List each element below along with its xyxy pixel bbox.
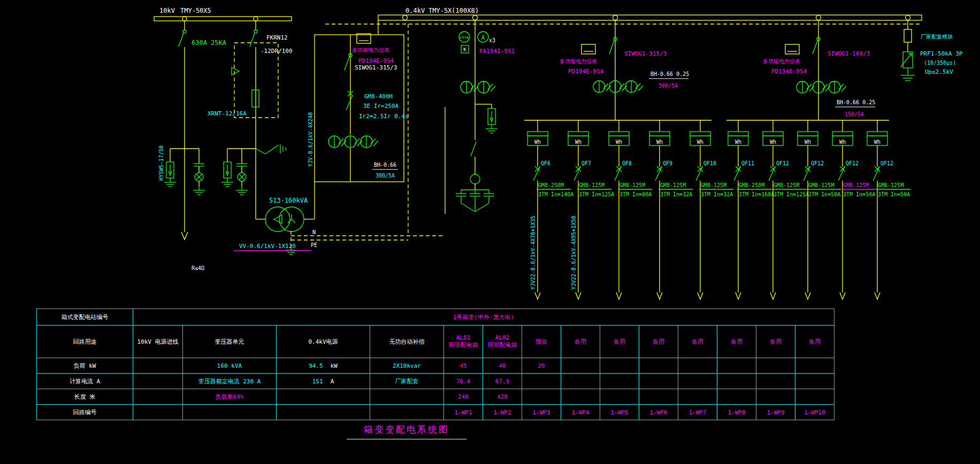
feeder-arrow xyxy=(657,292,662,299)
hv-switch-rating: 630A 25KA xyxy=(192,39,227,47)
feeder-qf-label: QF7 xyxy=(581,160,591,166)
feeder-breaker-model: GM8-250M xyxy=(739,182,764,188)
feeder-breaker-model: GM8-125M xyxy=(619,182,645,188)
feeder-breaker-model: GM8-250M xyxy=(538,182,564,188)
wh-meter: Wh xyxy=(770,139,776,145)
feeder-breaker xyxy=(734,166,741,181)
feeder-trip-setting: 3TM In=50A xyxy=(843,191,875,197)
circuit-id: 1-WP9 xyxy=(756,405,795,420)
lv-voltage-label: 0.4kV xyxy=(405,7,425,14)
hv-load-switch-model: FKRN12 xyxy=(266,34,288,41)
feeder-qf-label: QF11 xyxy=(741,160,754,166)
circuit-load xyxy=(561,358,600,374)
circuit-header: 备用 xyxy=(756,326,795,358)
circuit-current xyxy=(522,374,561,389)
feeder-qf12b: Wh QF12 GM8-125M 3TM In=50A xyxy=(798,120,841,299)
circuit-length: 420 xyxy=(483,389,522,405)
feeder-arrow xyxy=(770,292,776,299)
circuit-current xyxy=(756,374,795,389)
feeder-qf10: Wh QF10 GM8-125M 3TM In=32A xyxy=(690,120,733,299)
feeder-arrow xyxy=(840,292,845,299)
feeder-qf-label: QF12 xyxy=(846,160,859,166)
circuit-load xyxy=(756,358,795,374)
feeder-qf6: Wh QF6 GM8-250M 3TM In=140A YJV22-0.6/1k… xyxy=(527,120,573,299)
hv-branch-spare xyxy=(179,21,188,239)
feeder-qf12a: Wh QF12 GM8-125M 3TM In=125A xyxy=(763,120,809,299)
feeder-qf-label: QF9 xyxy=(663,160,672,166)
section-b-meter-name: 多功能电力仪表 xyxy=(763,58,800,64)
row1-label: 箱式变配电站编号 xyxy=(37,309,133,326)
feeder-arrow xyxy=(616,292,622,299)
row5-label: 长度 米 xyxy=(37,389,133,405)
hv-arrester-model: HYSWS-17/50 xyxy=(158,145,164,181)
feeder-arrow xyxy=(736,292,741,299)
k-contactor-label: K xyxy=(463,47,466,52)
metering-ct-ratio: 300/5A xyxy=(376,173,395,179)
earth-resistance-label: R≤4Ω xyxy=(192,265,204,271)
feeder-trip-setting: 3TM In=125A xyxy=(579,191,614,197)
circuit-current: 76.4 xyxy=(444,374,483,389)
circuit-id: 1-WP2 xyxy=(483,405,522,420)
cos-phi-meter-label: cosφ xyxy=(460,35,469,40)
feeder-breaker xyxy=(574,166,581,181)
feeder-trip-setting: 3TM In=140A xyxy=(538,191,573,197)
circuit-current xyxy=(600,374,639,389)
row6-label: 回路编号 xyxy=(37,405,133,420)
circuit-load xyxy=(678,358,717,374)
drawing-title: 箱变变配电系统图 xyxy=(347,423,466,439)
tx-current: 变压器额定电流 230 A xyxy=(183,374,277,389)
circuit-id: 1-WP8 xyxy=(717,405,756,420)
circuit-id: 1-WP7 xyxy=(678,405,717,420)
circuit-id: 1-WP4 xyxy=(561,405,600,420)
feeder-breaker xyxy=(533,166,540,181)
col-04kv: 0.4kV电源 xyxy=(277,326,370,358)
feeder-trip-setting: 3TM In=125A xyxy=(774,191,809,197)
feeder-breaker-model: GM8-125M xyxy=(774,182,799,188)
hv-busbar-model: TMY-50X5 xyxy=(180,7,211,14)
circuit-id: 1-WP5 xyxy=(600,405,639,420)
lv-busbar-model: TMY-5X(100X8) xyxy=(428,7,479,14)
circuit-load: 20 xyxy=(522,358,561,374)
feeder-trip-setting: 3TM In=32A xyxy=(660,191,692,197)
feeder-qf12d: Wh QF12 GM8-125M 3TM In=50A xyxy=(867,120,910,299)
spd-branch xyxy=(901,20,915,81)
spd-note: 厂家配套模块 xyxy=(921,34,953,40)
metering-ct-model: BH-0.66 xyxy=(374,162,396,168)
lv-busbar xyxy=(325,15,922,236)
table-row-usage: 回路用途 10kV 电源进线 变压器单元 0.4kV电源 无功自动补偿 AL01… xyxy=(37,326,834,358)
feeder-qf-label: QF8 xyxy=(622,160,632,166)
circuit-header: AL02照明配电箱 xyxy=(483,326,522,358)
section-a-meter-model: PD194E-9S4 xyxy=(568,68,604,75)
feeder-breaker-model: GM8-125M xyxy=(660,182,686,188)
feeder-breaker xyxy=(838,166,845,181)
wh-meter: Wh xyxy=(839,139,846,145)
feeder-trip-setting: 3TM In=80A xyxy=(619,191,652,197)
wh-meter: Wh xyxy=(656,139,663,145)
circuit-length xyxy=(561,389,600,405)
circuit-current xyxy=(561,374,600,389)
wh-meter: Wh xyxy=(534,139,541,145)
hv-busbar xyxy=(154,17,292,21)
table-row-current: 计算电流 A 变压器额定电流 230 A 151A 厂家配套 76.4 67.9 xyxy=(37,374,834,389)
feeder-breaker xyxy=(769,166,776,181)
circuit-load xyxy=(795,358,834,374)
wh-meter: Wh xyxy=(575,139,581,145)
feeder-trip-setting: 3TM In=32A xyxy=(701,191,733,197)
circuit-length: 240 xyxy=(444,389,483,405)
feeder-trip-setting: 3TM In=50A xyxy=(808,191,840,197)
feeder-qf-label: QF12 xyxy=(776,160,789,166)
feeder-breaker xyxy=(655,166,662,181)
earthing-cable-label: VV-0.6/1kV-1X120 xyxy=(239,243,296,250)
lv-riser-cable: YJV-0.6/1kV-4X240 xyxy=(308,112,313,167)
feeder-breaker-model: GM8-125M xyxy=(808,182,834,188)
metering-breaker-model: GM8-400H xyxy=(364,93,393,100)
feeder-qf-label: QF10 xyxy=(703,160,716,166)
tx-capacity: 160 kVA xyxy=(183,358,277,374)
feeder-qf12c: Wh QF12 GM8-125M 3TM In=50A xyxy=(832,120,876,299)
section-a-ct-ratio: 300/5A xyxy=(659,83,678,89)
col-comp: 无功自动补偿 xyxy=(370,326,444,358)
metering-breaker-setting: Ir2=2.5Ir 0.4s xyxy=(359,113,409,120)
circuit-current xyxy=(795,374,834,389)
circuit-id: 1-WP10 xyxy=(795,405,834,420)
circuit-length xyxy=(717,389,756,405)
